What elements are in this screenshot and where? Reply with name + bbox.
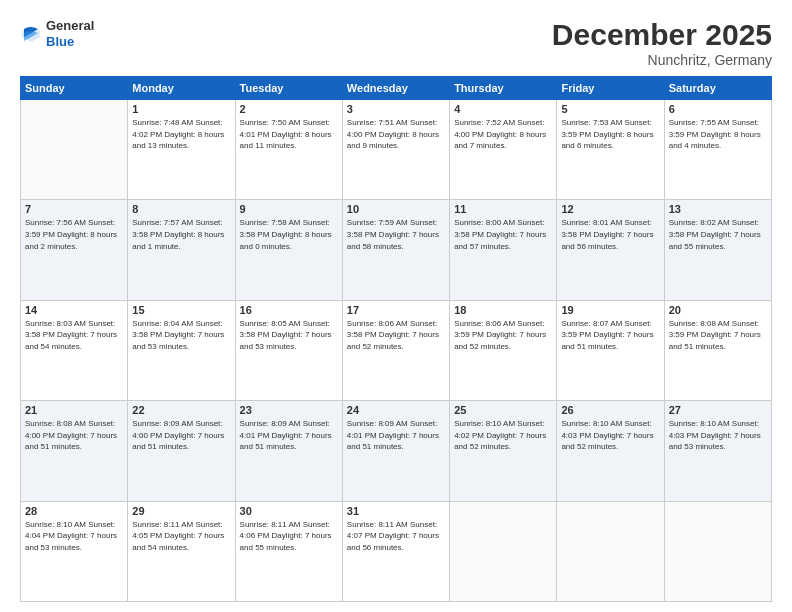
month-title: December 2025 — [552, 18, 772, 52]
table-row: 4Sunrise: 7:52 AM Sunset: 4:00 PM Daylig… — [450, 100, 557, 200]
logo-general-text: General — [46, 18, 94, 34]
day-info: Sunrise: 7:51 AM Sunset: 4:00 PM Dayligh… — [347, 117, 445, 152]
day-number: 31 — [347, 505, 445, 517]
table-row: 22Sunrise: 8:09 AM Sunset: 4:00 PM Dayli… — [128, 401, 235, 501]
table-row: 31Sunrise: 8:11 AM Sunset: 4:07 PM Dayli… — [342, 501, 449, 601]
day-number: 1 — [132, 103, 230, 115]
day-number: 19 — [561, 304, 659, 316]
day-info: Sunrise: 8:08 AM Sunset: 3:59 PM Dayligh… — [669, 318, 767, 353]
day-info: Sunrise: 8:09 AM Sunset: 4:01 PM Dayligh… — [347, 418, 445, 453]
day-number: 24 — [347, 404, 445, 416]
day-info: Sunrise: 7:55 AM Sunset: 3:59 PM Dayligh… — [669, 117, 767, 152]
header-thursday: Thursday — [450, 77, 557, 100]
day-number: 15 — [132, 304, 230, 316]
day-number: 10 — [347, 203, 445, 215]
day-number: 20 — [669, 304, 767, 316]
day-number: 8 — [132, 203, 230, 215]
day-info: Sunrise: 8:06 AM Sunset: 3:58 PM Dayligh… — [347, 318, 445, 353]
day-info: Sunrise: 8:08 AM Sunset: 4:00 PM Dayligh… — [25, 418, 123, 453]
day-number: 11 — [454, 203, 552, 215]
logo-blue-text: Blue — [46, 34, 94, 50]
day-number: 12 — [561, 203, 659, 215]
table-row: 11Sunrise: 8:00 AM Sunset: 3:58 PM Dayli… — [450, 200, 557, 300]
day-number: 23 — [240, 404, 338, 416]
day-number: 14 — [25, 304, 123, 316]
day-info: Sunrise: 7:58 AM Sunset: 3:58 PM Dayligh… — [240, 217, 338, 252]
day-info: Sunrise: 7:50 AM Sunset: 4:01 PM Dayligh… — [240, 117, 338, 152]
table-row: 30Sunrise: 8:11 AM Sunset: 4:06 PM Dayli… — [235, 501, 342, 601]
table-row: 26Sunrise: 8:10 AM Sunset: 4:03 PM Dayli… — [557, 401, 664, 501]
table-row: 24Sunrise: 8:09 AM Sunset: 4:01 PM Dayli… — [342, 401, 449, 501]
header-tuesday: Tuesday — [235, 77, 342, 100]
day-info: Sunrise: 8:00 AM Sunset: 3:58 PM Dayligh… — [454, 217, 552, 252]
table-row: 15Sunrise: 8:04 AM Sunset: 3:58 PM Dayli… — [128, 300, 235, 400]
day-info: Sunrise: 8:11 AM Sunset: 4:07 PM Dayligh… — [347, 519, 445, 554]
calendar-week-row: 14Sunrise: 8:03 AM Sunset: 3:58 PM Dayli… — [21, 300, 772, 400]
day-number: 3 — [347, 103, 445, 115]
table-row: 9Sunrise: 7:58 AM Sunset: 3:58 PM Daylig… — [235, 200, 342, 300]
table-row — [450, 501, 557, 601]
table-row: 17Sunrise: 8:06 AM Sunset: 3:58 PM Dayli… — [342, 300, 449, 400]
table-row: 29Sunrise: 8:11 AM Sunset: 4:05 PM Dayli… — [128, 501, 235, 601]
table-row: 12Sunrise: 8:01 AM Sunset: 3:58 PM Dayli… — [557, 200, 664, 300]
day-number: 30 — [240, 505, 338, 517]
table-row: 18Sunrise: 8:06 AM Sunset: 3:59 PM Dayli… — [450, 300, 557, 400]
day-number: 4 — [454, 103, 552, 115]
location: Nunchritz, Germany — [552, 52, 772, 68]
header: General Blue December 2025 Nunchritz, Ge… — [20, 18, 772, 68]
header-friday: Friday — [557, 77, 664, 100]
table-row: 8Sunrise: 7:57 AM Sunset: 3:58 PM Daylig… — [128, 200, 235, 300]
table-row: 7Sunrise: 7:56 AM Sunset: 3:59 PM Daylig… — [21, 200, 128, 300]
calendar-week-row: 7Sunrise: 7:56 AM Sunset: 3:59 PM Daylig… — [21, 200, 772, 300]
table-row: 14Sunrise: 8:03 AM Sunset: 3:58 PM Dayli… — [21, 300, 128, 400]
table-row: 6Sunrise: 7:55 AM Sunset: 3:59 PM Daylig… — [664, 100, 771, 200]
day-info: Sunrise: 8:09 AM Sunset: 4:00 PM Dayligh… — [132, 418, 230, 453]
day-info: Sunrise: 8:10 AM Sunset: 4:02 PM Dayligh… — [454, 418, 552, 453]
table-row: 21Sunrise: 8:08 AM Sunset: 4:00 PM Dayli… — [21, 401, 128, 501]
day-info: Sunrise: 8:07 AM Sunset: 3:59 PM Dayligh… — [561, 318, 659, 353]
day-number: 17 — [347, 304, 445, 316]
calendar-week-row: 1Sunrise: 7:48 AM Sunset: 4:02 PM Daylig… — [21, 100, 772, 200]
table-row: 1Sunrise: 7:48 AM Sunset: 4:02 PM Daylig… — [128, 100, 235, 200]
day-number: 27 — [669, 404, 767, 416]
table-row: 3Sunrise: 7:51 AM Sunset: 4:00 PM Daylig… — [342, 100, 449, 200]
page: General Blue December 2025 Nunchritz, Ge… — [0, 0, 792, 612]
calendar-week-row: 21Sunrise: 8:08 AM Sunset: 4:00 PM Dayli… — [21, 401, 772, 501]
day-info: Sunrise: 8:06 AM Sunset: 3:59 PM Dayligh… — [454, 318, 552, 353]
table-row: 10Sunrise: 7:59 AM Sunset: 3:58 PM Dayli… — [342, 200, 449, 300]
day-number: 7 — [25, 203, 123, 215]
title-block: December 2025 Nunchritz, Germany — [552, 18, 772, 68]
day-number: 22 — [132, 404, 230, 416]
day-number: 9 — [240, 203, 338, 215]
day-info: Sunrise: 8:09 AM Sunset: 4:01 PM Dayligh… — [240, 418, 338, 453]
day-info: Sunrise: 7:53 AM Sunset: 3:59 PM Dayligh… — [561, 117, 659, 152]
day-info: Sunrise: 8:01 AM Sunset: 3:58 PM Dayligh… — [561, 217, 659, 252]
day-info: Sunrise: 8:11 AM Sunset: 4:05 PM Dayligh… — [132, 519, 230, 554]
day-number: 21 — [25, 404, 123, 416]
table-row: 28Sunrise: 8:10 AM Sunset: 4:04 PM Dayli… — [21, 501, 128, 601]
day-number: 5 — [561, 103, 659, 115]
day-number: 29 — [132, 505, 230, 517]
day-number: 25 — [454, 404, 552, 416]
day-info: Sunrise: 8:05 AM Sunset: 3:58 PM Dayligh… — [240, 318, 338, 353]
day-info: Sunrise: 7:48 AM Sunset: 4:02 PM Dayligh… — [132, 117, 230, 152]
day-number: 16 — [240, 304, 338, 316]
day-number: 26 — [561, 404, 659, 416]
table-row: 23Sunrise: 8:09 AM Sunset: 4:01 PM Dayli… — [235, 401, 342, 501]
table-row — [557, 501, 664, 601]
table-row — [664, 501, 771, 601]
day-info: Sunrise: 8:02 AM Sunset: 3:58 PM Dayligh… — [669, 217, 767, 252]
day-number: 6 — [669, 103, 767, 115]
calendar-week-row: 28Sunrise: 8:10 AM Sunset: 4:04 PM Dayli… — [21, 501, 772, 601]
day-info: Sunrise: 8:11 AM Sunset: 4:06 PM Dayligh… — [240, 519, 338, 554]
day-info: Sunrise: 7:56 AM Sunset: 3:59 PM Dayligh… — [25, 217, 123, 252]
table-row: 2Sunrise: 7:50 AM Sunset: 4:01 PM Daylig… — [235, 100, 342, 200]
weekday-header-row: Sunday Monday Tuesday Wednesday Thursday… — [21, 77, 772, 100]
day-info: Sunrise: 7:52 AM Sunset: 4:00 PM Dayligh… — [454, 117, 552, 152]
table-row: 19Sunrise: 8:07 AM Sunset: 3:59 PM Dayli… — [557, 300, 664, 400]
day-info: Sunrise: 8:03 AM Sunset: 3:58 PM Dayligh… — [25, 318, 123, 353]
day-info: Sunrise: 8:10 AM Sunset: 4:03 PM Dayligh… — [561, 418, 659, 453]
header-wednesday: Wednesday — [342, 77, 449, 100]
table-row: 27Sunrise: 8:10 AM Sunset: 4:03 PM Dayli… — [664, 401, 771, 501]
table-row: 5Sunrise: 7:53 AM Sunset: 3:59 PM Daylig… — [557, 100, 664, 200]
